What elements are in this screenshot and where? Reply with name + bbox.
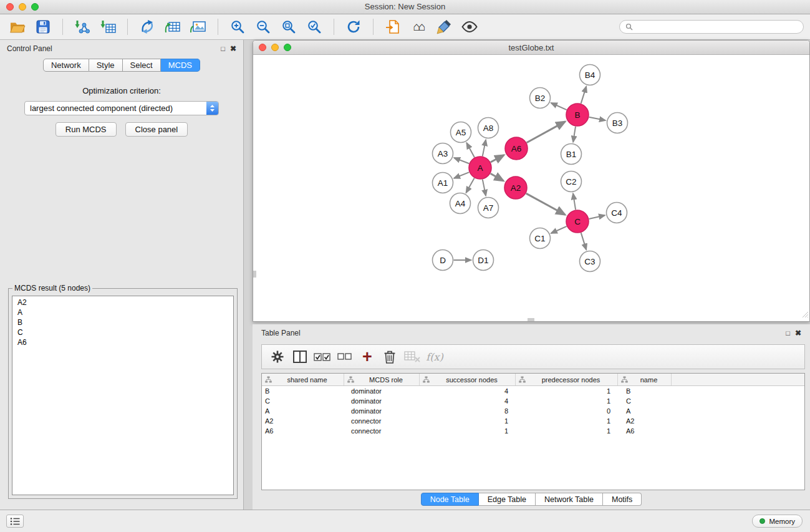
minimize-window-button[interactable] [19, 3, 26, 11]
control-tab-select[interactable]: Select [123, 59, 161, 72]
edge-A-A2[interactable] [491, 173, 504, 181]
edge-A2-C[interactable] [526, 193, 566, 215]
close-window-button[interactable] [6, 3, 14, 11]
table-cell: dominator [344, 407, 420, 415]
node-C2-label: C2 [566, 177, 576, 186]
new-network-button[interactable] [136, 17, 158, 37]
mcds-result-list[interactable]: A2ABCA6 [12, 296, 234, 495]
column-settings-button[interactable] [268, 347, 287, 367]
save-session-button[interactable] [32, 17, 54, 37]
column-header-name[interactable]: name [618, 374, 672, 385]
table-cell: dominator [344, 387, 420, 395]
control-tab-mcds[interactable]: MCDS [161, 59, 200, 72]
toolbar-separator [218, 19, 218, 35]
criterion-select[interactable]: largest connected component (directed) [24, 101, 219, 115]
close-panel-button[interactable]: Close panel [125, 122, 188, 137]
column-header-predecessor-nodes[interactable]: predecessor nodes [516, 374, 618, 385]
new-table-button[interactable] [162, 17, 184, 37]
tab-node-table[interactable]: Node Table [421, 493, 479, 506]
network-window-titlebar[interactable]: testGlobe.txt [253, 41, 809, 55]
table-cell: A [262, 407, 344, 415]
edge-B-B4[interactable] [581, 87, 587, 104]
edge-C-C2[interactable] [573, 193, 576, 210]
delete-column-button[interactable] [380, 347, 399, 367]
resize-grip-icon[interactable] [802, 309, 809, 321]
open-session-button[interactable] [6, 17, 29, 37]
network-zoom-button[interactable] [284, 44, 291, 51]
float-table-panel-icon[interactable]: □ [786, 329, 790, 337]
memory-button[interactable]: Memory [752, 515, 803, 528]
edge-A-A3[interactable] [454, 158, 469, 163]
edge-A-A6[interactable] [491, 155, 504, 162]
node-B4-label: B4 [585, 70, 595, 80]
import-network-button[interactable] [71, 17, 94, 37]
import-table-button[interactable] [97, 17, 119, 37]
mcds-result-item[interactable]: A2 [12, 297, 233, 307]
show-hide-button[interactable] [458, 17, 481, 37]
control-tab-network[interactable]: Network [43, 59, 89, 72]
edge-B-B1[interactable] [573, 127, 576, 142]
table-row[interactable]: Cdominator41C [262, 396, 804, 406]
toolbar-buttons: ⌂⌂ [6, 17, 481, 37]
mcds-result-item[interactable]: A [12, 307, 233, 317]
network-canvas[interactable]: B4B2BB3A5A8A6A3B1AC2A1A2A4A7C4CC1DD1C3 [253, 55, 809, 321]
select-all-rows-button[interactable] [313, 347, 332, 367]
task-history-button[interactable] [6, 515, 24, 528]
mcds-result-item[interactable]: A6 [12, 337, 233, 347]
network-view[interactable]: B4B2BB3A5A8A6A3B1AC2A1A2A4A7C4CC1DD1C3 [253, 55, 809, 321]
edge-C-C4[interactable] [589, 215, 605, 219]
network-close-button[interactable] [259, 44, 266, 51]
tab-motifs[interactable]: Motifs [603, 493, 642, 506]
net-table-icon [165, 19, 181, 34]
edge-B-B2[interactable] [551, 103, 567, 110]
column-header-MCDS-role[interactable]: MCDS role [344, 374, 420, 385]
add-column-button[interactable]: + [358, 347, 377, 367]
edge-A-A4[interactable] [466, 178, 475, 193]
table-row[interactable]: A2connector11A2 [262, 416, 804, 426]
edge-A-A5[interactable] [466, 143, 475, 157]
control-tab-style[interactable]: Style [89, 59, 123, 72]
zoom-selected-button[interactable] [303, 17, 325, 37]
edge-A-A7[interactable] [483, 180, 486, 196]
table-cell: connector [344, 427, 420, 435]
edge-A-A1[interactable] [454, 172, 469, 178]
zoom-fit-button[interactable] [277, 17, 300, 37]
toolbar-separator [62, 19, 63, 35]
search-input[interactable] [636, 22, 798, 31]
control-panel-buttons: Run MCDS Close panel [0, 122, 243, 137]
mcds-result-item[interactable]: B [12, 317, 233, 327]
home-button[interactable]: ⌂⌂ [407, 17, 430, 37]
zoom-in-button[interactable] [226, 17, 249, 37]
table-row[interactable]: Adominator80A [262, 406, 804, 416]
open-in-browser-button[interactable] [382, 17, 404, 37]
node-C3-label: C3 [584, 257, 595, 266]
zoom-window-button[interactable] [31, 3, 39, 11]
edge-A6-B[interactable] [527, 122, 566, 143]
table-row[interactable]: Bdominator41B [262, 386, 804, 396]
network-minimize-button[interactable] [271, 44, 279, 51]
close-table-panel-icon[interactable]: ✖ [795, 329, 801, 337]
tab-edge-table[interactable]: Edge Table [479, 493, 536, 506]
edge-B-B3[interactable] [589, 117, 605, 120]
toolbar-separator [127, 19, 128, 35]
column-header-shared-name[interactable]: shared name [262, 374, 344, 385]
close-panel-icon[interactable]: ✖ [230, 44, 236, 53]
table-row[interactable]: A6connector11A6 [262, 426, 804, 436]
zoom-out-button[interactable] [252, 17, 274, 37]
tab-network-table[interactable]: Network Table [536, 493, 603, 506]
annotate-button[interactable] [433, 17, 455, 37]
search-box[interactable] [619, 20, 804, 34]
column-header-successor-nodes[interactable]: successor nodes [420, 374, 516, 385]
deselect-all-rows-button[interactable] [335, 347, 354, 367]
edge-A-A8[interactable] [483, 140, 486, 156]
apply-layout-button[interactable] [342, 17, 365, 37]
memory-label: Memory [769, 518, 795, 525]
node-A8-label: A8 [483, 123, 494, 133]
run-mcds-button[interactable]: Run MCDS [55, 122, 117, 137]
float-panel-icon[interactable]: □ [221, 44, 225, 53]
export-image-button[interactable] [187, 17, 210, 37]
toggle-columns-button[interactable] [291, 347, 309, 367]
edge-C-C1[interactable] [551, 226, 567, 233]
edge-C-C3[interactable] [581, 233, 587, 249]
mcds-result-item[interactable]: C [12, 327, 233, 337]
